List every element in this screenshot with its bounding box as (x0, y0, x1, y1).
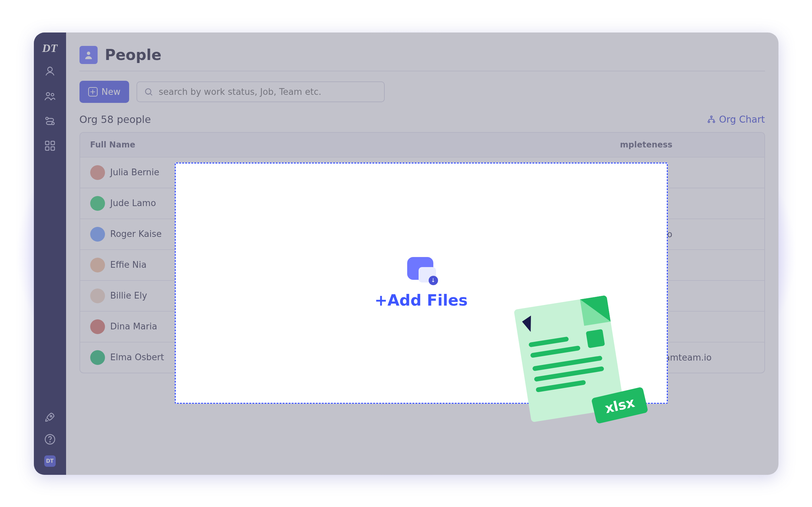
cursor-icon (522, 315, 538, 332)
app-window: DT DT People + New (34, 33, 778, 475)
download-badge-icon: ↓ (428, 276, 438, 285)
xlsx-file-illustration: xlsx (513, 293, 641, 442)
dropzone-label: +Add Files (375, 291, 468, 309)
dropzone-icon: ↓ (407, 257, 435, 282)
